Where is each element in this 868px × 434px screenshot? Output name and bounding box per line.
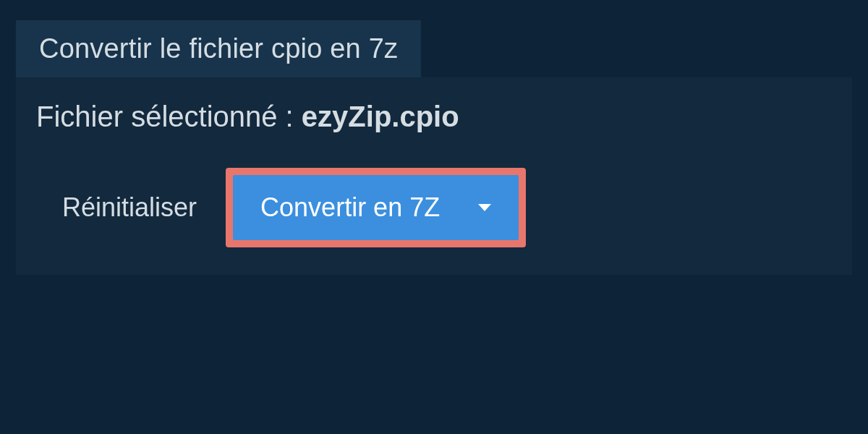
selected-file-text: Fichier sélectionné : ezyZip.cpio bbox=[36, 101, 832, 133]
convert-button-label: Convertir en 7Z bbox=[260, 192, 440, 223]
tab-convert[interactable]: Convertir le fichier cpio en 7z bbox=[16, 20, 421, 77]
tab-label: Convertir le fichier cpio en 7z bbox=[39, 33, 398, 64]
content-panel: Fichier sélectionné : ezyZip.cpio Réinit… bbox=[16, 77, 852, 275]
main-container: Convertir le fichier cpio en 7z Fichier … bbox=[0, 0, 868, 295]
chevron-down-icon bbox=[478, 204, 491, 211]
selected-filename: ezyZip.cpio bbox=[302, 101, 459, 132]
action-row: Réinitialiser Convertir en 7Z bbox=[36, 168, 832, 247]
reset-button[interactable]: Réinitialiser bbox=[62, 192, 197, 223]
selected-file-label: Fichier sélectionné : bbox=[36, 101, 302, 132]
convert-button-highlight: Convertir en 7Z bbox=[226, 168, 526, 247]
convert-button[interactable]: Convertir en 7Z bbox=[233, 175, 519, 240]
